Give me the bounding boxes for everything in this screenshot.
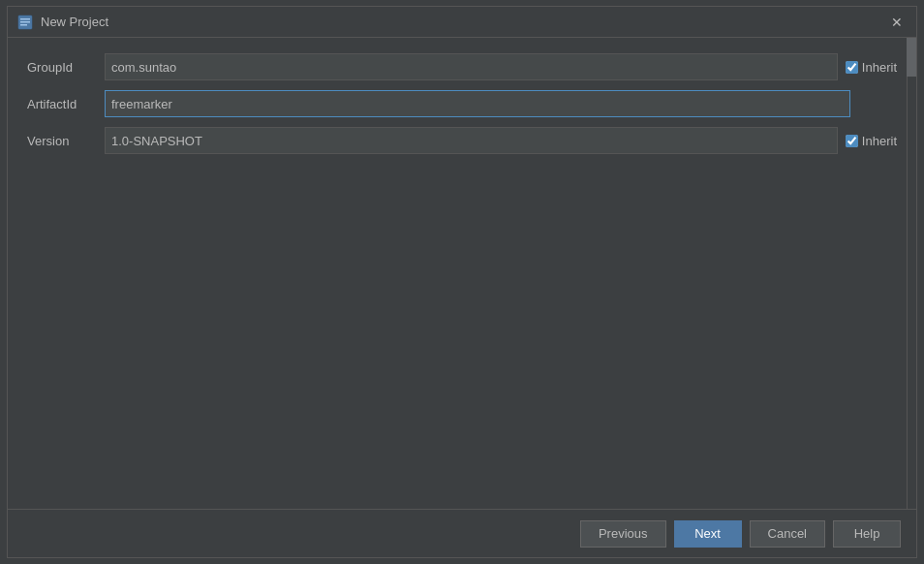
groupid-row: GroupId Inherit (27, 53, 897, 80)
groupid-inherit-label: Inherit (862, 60, 897, 75)
title-bar: New Project ✕ (8, 7, 916, 38)
version-row: Version Inherit (27, 127, 897, 154)
dialog-icon (17, 15, 33, 30)
scroll-thumb[interactable] (907, 38, 916, 77)
body-spacer (27, 164, 897, 493)
svg-rect-2 (20, 21, 30, 23)
cancel-button[interactable]: Cancel (750, 520, 825, 548)
version-inherit-checkbox[interactable] (846, 135, 858, 147)
new-project-dialog: New Project ✕ GroupId Inherit ArtifactId… (7, 6, 917, 558)
version-label: Version (27, 134, 105, 148)
groupid-inherit: Inherit (846, 60, 897, 75)
dialog-footer: Previous Next Cancel Help (8, 509, 916, 557)
version-input[interactable] (105, 127, 838, 154)
version-inherit: Inherit (846, 134, 897, 148)
next-button[interactable]: Next (674, 520, 742, 548)
svg-rect-1 (20, 18, 30, 20)
artifactid-label: ArtifactId (27, 97, 105, 111)
previous-button[interactable]: Previous (580, 520, 666, 548)
version-inherit-label: Inherit (862, 134, 897, 148)
dialog-title: New Project (41, 15, 887, 29)
scrollbar[interactable] (907, 38, 916, 509)
groupid-input[interactable] (105, 53, 838, 80)
groupid-label: GroupId (27, 60, 105, 75)
artifactid-row: ArtifactId (27, 90, 897, 117)
help-button[interactable]: Help (833, 520, 901, 548)
artifactid-input[interactable] (105, 90, 850, 117)
close-button[interactable]: ✕ (887, 13, 907, 32)
groupid-inherit-checkbox[interactable] (846, 61, 858, 74)
dialog-body: GroupId Inherit ArtifactId Version Inher… (8, 38, 916, 509)
svg-rect-3 (20, 24, 27, 26)
